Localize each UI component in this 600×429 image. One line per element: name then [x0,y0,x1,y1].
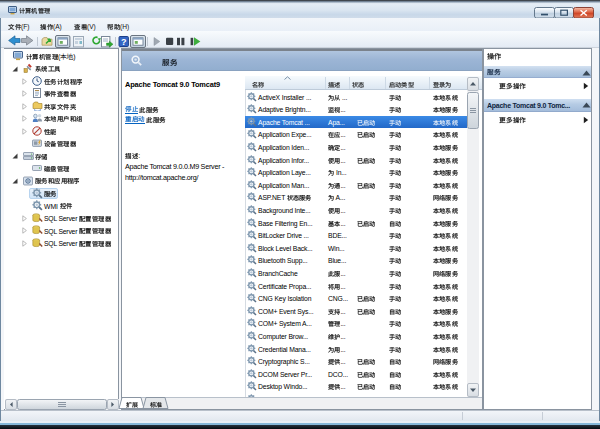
svg-text:?: ? [121,36,127,46]
